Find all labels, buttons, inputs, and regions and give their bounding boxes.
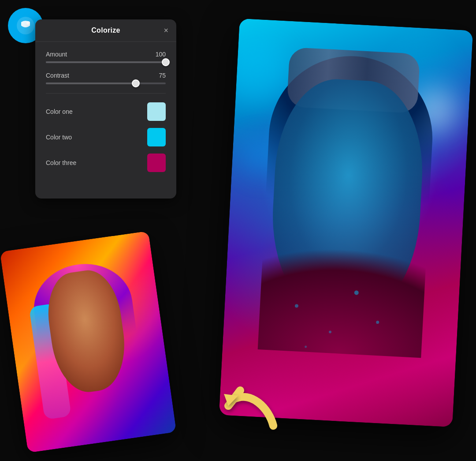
- sparkle-2: [328, 330, 331, 333]
- color-one-label: Color one: [46, 108, 73, 115]
- sparkle-4: [305, 345, 307, 348]
- amount-label: Amount: [46, 51, 67, 58]
- divider: [46, 93, 166, 94]
- panel-body: Amount 100 Contrast 75 Color one: [35, 42, 176, 188]
- colorize-panel: Colorize × Amount 100 Contrast 75: [35, 19, 176, 199]
- transformation-arrow: [216, 364, 286, 435]
- original-portrait: [0, 231, 176, 453]
- amount-value: 100: [156, 51, 166, 58]
- original-face: [34, 265, 143, 418]
- contrast-value: 75: [159, 72, 166, 79]
- color-two-label: Color two: [46, 134, 72, 141]
- original-image-card: [0, 231, 176, 453]
- contrast-label: Contrast: [46, 72, 69, 79]
- panel-title: Colorize: [91, 26, 120, 34]
- amount-slider-row: Amount 100: [46, 51, 166, 63]
- svg-point-1: [26, 21, 30, 25]
- amount-track[interactable]: [46, 61, 166, 63]
- original-image-inner: [0, 231, 176, 453]
- colorized-jacket: [257, 245, 426, 358]
- amount-label-row: Amount 100: [46, 51, 166, 58]
- sparkle-3: [354, 290, 359, 295]
- color-two-swatch[interactable]: [147, 128, 166, 146]
- contrast-slider-row: Contrast 75: [46, 72, 166, 84]
- close-button[interactable]: ×: [164, 26, 168, 34]
- colorized-face: [257, 52, 436, 358]
- contrast-fill: [46, 82, 136, 84]
- amount-fill: [46, 61, 166, 63]
- contrast-label-row: Contrast 75: [46, 72, 166, 79]
- color-one-swatch[interactable]: [147, 102, 166, 121]
- contrast-thumb[interactable]: [132, 79, 140, 87]
- color-one-row: Color one: [46, 102, 166, 121]
- amount-thumb[interactable]: [162, 58, 170, 66]
- color-three-label: Color three: [46, 159, 76, 166]
- color-three-swatch[interactable]: [147, 154, 166, 172]
- color-three-row: Color three: [46, 154, 166, 172]
- contrast-track[interactable]: [46, 82, 166, 84]
- panel-header: Colorize ×: [35, 19, 176, 42]
- color-two-row: Color two: [46, 128, 166, 146]
- sparkle-5: [376, 321, 379, 324]
